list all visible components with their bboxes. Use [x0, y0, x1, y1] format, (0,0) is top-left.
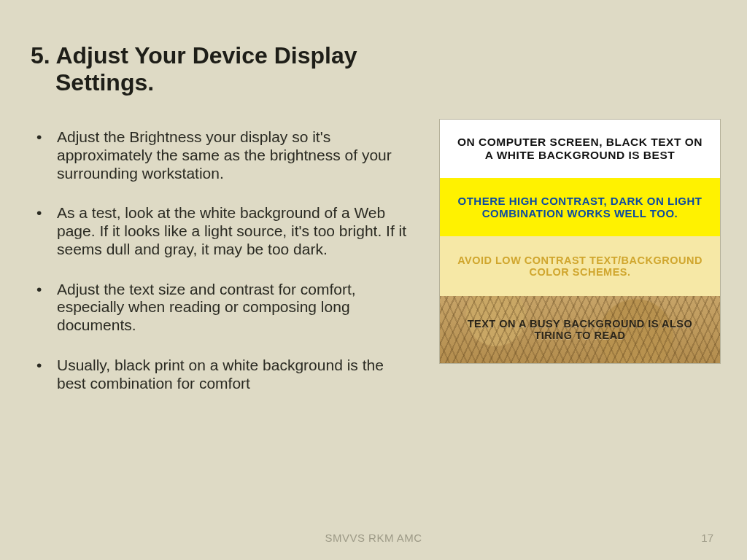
contrast-panel-lowcontrast: AVOID LOW CONTRAST TEXT/BACKGROUND COLOR…	[440, 236, 720, 296]
contrast-panel-busy: TEXT ON A BUSY BACKGROUND IS ALSO TIRING…	[440, 296, 720, 363]
bullet-item: Usually, black print on a white backgrou…	[57, 357, 407, 393]
bullet-list: Adjust the Brightness your display so it…	[57, 128, 407, 414]
bullet-item: Adjust the Brightness your display so it…	[57, 128, 407, 182]
contrast-examples-graphic: ON COMPUTER SCREEN, BLACK TEXT ON A WHIT…	[439, 119, 721, 364]
footer-text: SMVVS RKM AMC	[0, 532, 747, 544]
title-line-2: Settings.	[55, 69, 357, 96]
slide: 5. Adjust Your Device Display Settings. …	[0, 0, 747, 560]
title-line-1: 5. Adjust Your Device Display	[31, 42, 357, 69]
slide-title: 5. Adjust Your Device Display Settings.	[31, 42, 357, 96]
bullet-item: As a test, look at the white background …	[57, 204, 407, 258]
contrast-panel-white: ON COMPUTER SCREEN, BLACK TEXT ON A WHIT…	[440, 120, 720, 178]
contrast-panel-yellow: OTHERE HIGH CONTRAST, DARK ON LIGHT COMB…	[440, 178, 720, 236]
page-number: 17	[701, 532, 713, 544]
bullet-item: Adjust the text size and contrast for co…	[57, 281, 407, 335]
